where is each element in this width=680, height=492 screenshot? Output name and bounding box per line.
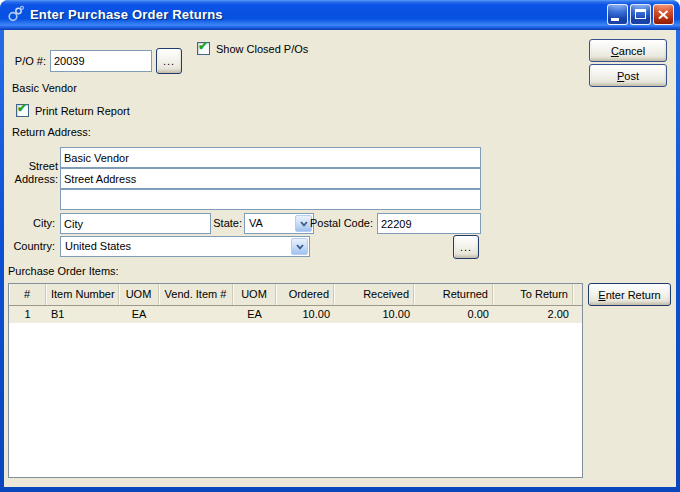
col-uom-2[interactable]: UOM [233,284,276,305]
cancel-rest: ancel [619,45,645,57]
title-bar[interactable]: Enter Purchase Order Returns [0,0,680,30]
country-select[interactable]: United States [60,236,310,257]
city-label: City: [4,213,55,234]
dialog-window: Enter Purchase Order Returns ✔ [0,0,680,492]
po-items-section-label: Purchase Order Items: [8,265,119,277]
address-line3-input[interactable] [60,189,481,210]
postal-code-input[interactable] [377,213,481,234]
check-icon: ✔ [198,40,208,53]
street-label-line1: Street [29,160,58,172]
po-number-label: P/O #: [4,50,46,72]
enter-return-accel: E [598,289,605,301]
street-address-label: Street Address: [4,160,58,186]
country-browse-button[interactable]: ... [453,235,479,259]
cell-uom: EA [119,306,159,323]
col-number[interactable]: # [9,284,46,305]
print-return-label: Print Return Report [35,105,130,117]
minimize-button[interactable] [607,4,628,25]
close-icon [658,10,669,22]
cell-returned: 0.00 [414,306,493,323]
col-ordered[interactable]: Ordered [276,284,334,305]
cell-item-number: B1 [46,306,119,323]
print-return-checkbox[interactable]: ✔ [16,104,29,117]
cell-number: 1 [9,306,46,323]
col-returned[interactable]: Returned [414,284,493,305]
state-label: State: [208,213,242,234]
header-filler [573,284,582,305]
show-closed-label: Show Closed P/Os [216,43,308,55]
check-icon: ✔ [17,102,27,115]
cell-received: 10.00 [334,306,414,323]
state-value: VA [249,214,263,233]
minimize-icon [611,18,619,21]
city-input[interactable] [60,213,211,234]
po-number-input[interactable] [50,50,152,72]
state-select[interactable]: VA [244,213,314,234]
close-button[interactable] [653,4,674,25]
cell-vend-item [159,306,233,323]
col-to-return[interactable]: To Return [493,284,573,305]
app-icon [7,5,25,23]
post-button[interactable]: Post [589,64,667,87]
maximize-icon [635,9,646,19]
po-items-table: # Item Number UOM Vend. Item # UOM Order… [8,283,583,478]
table-header-row[interactable]: # Item Number UOM Vend. Item # UOM Order… [9,284,582,306]
po-browse-button[interactable]: ... [156,48,182,74]
cell-uom-2: EA [233,306,276,323]
return-address-label: Return Address: [12,126,91,138]
cancel-accel: C [611,45,619,57]
col-item-number[interactable]: Item Number [46,284,119,305]
cell-ordered: 10.00 [276,306,334,323]
post-rest: ost [624,70,639,82]
table-row[interactable]: 1 B1 EA EA 10.00 10.00 0.00 2.00 [9,306,582,323]
dialog-content: ✔ Show Closed P/Os P/O #: ... Cancel Pos… [4,30,676,487]
show-closed-checkbox[interactable]: ✔ [197,42,210,55]
country-label: Country: [4,236,55,257]
address-line2-input[interactable] [60,168,481,189]
maximize-button[interactable] [630,4,651,25]
col-uom[interactable]: UOM [119,284,159,305]
address-line1-input[interactable] [60,147,481,168]
window-controls [607,4,674,25]
cancel-button[interactable]: Cancel [589,39,667,62]
chevron-down-icon[interactable] [291,238,308,255]
enter-return-rest: nter Return [606,289,661,301]
cell-to-return: 2.00 [493,306,573,323]
enter-return-button[interactable]: Enter Return [588,283,671,306]
postal-code-label: Postal Code: [310,213,373,234]
col-received[interactable]: Received [334,284,414,305]
street-label-line2: Address: [15,173,58,185]
country-value: United States [65,237,131,256]
window-title: Enter Purchase Order Returns [30,7,223,22]
vendor-name-text: Basic Vendor [12,82,77,94]
col-vend-item[interactable]: Vend. Item # [159,284,233,305]
